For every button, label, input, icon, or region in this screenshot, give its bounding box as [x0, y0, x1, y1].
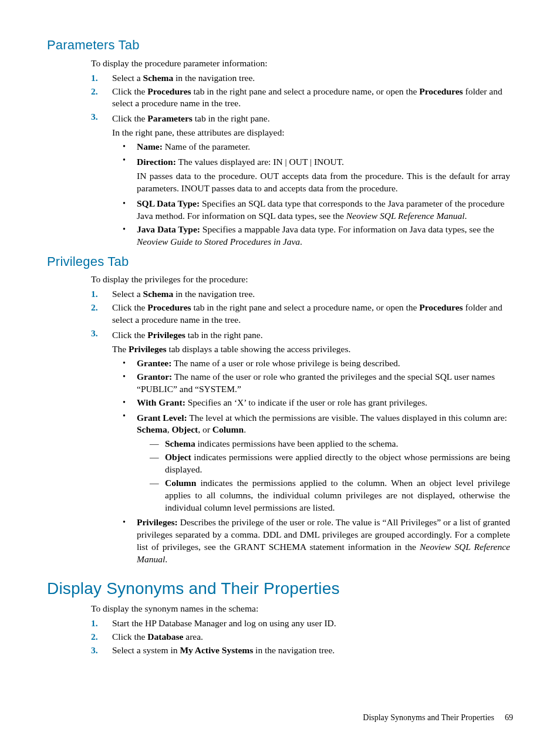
- grant-level-sublist: — Schema indicates permissions have been…: [150, 438, 510, 514]
- dash-icon: —: [150, 438, 165, 450]
- list-item: • With Grant: Specifies an ‘X’ to indica…: [123, 397, 510, 409]
- step-number: 3.: [91, 328, 112, 340]
- list-item: • SQL Data Type: Specifies an SQL data t…: [123, 198, 510, 222]
- list-item: • Grantee: The name of a user or role wh…: [123, 357, 510, 370]
- list-item: 1. Start the HP Database Manager and log…: [91, 617, 510, 630]
- step-number: 1.: [91, 288, 112, 301]
- bullet-icon: •: [123, 224, 137, 235]
- step-number: 1.: [91, 617, 112, 630]
- parameters-steps: 1. Select a Schema in the navigation tre…: [91, 72, 510, 249]
- list-item: • Grant Level: The level at which the pe…: [123, 410, 510, 515]
- heading-privileges-tab: Privileges Tab: [47, 253, 513, 271]
- bullet-icon: •: [123, 397, 137, 409]
- privileges-intro: To display the privileges for the proced…: [91, 274, 510, 286]
- list-item: 1. Select a Schema in the navigation tre…: [91, 288, 510, 301]
- bullet-icon: •: [123, 410, 137, 422]
- bullet-icon: •: [123, 357, 137, 369]
- list-item: 2. Click the Procedures tab in the right…: [91, 302, 510, 326]
- privileges-body: To display the privileges for the proced…: [91, 274, 510, 566]
- list-item: 3. Click the Privileges tab in the right…: [91, 328, 510, 567]
- parameters-body: To display the procedure parameter infor…: [91, 58, 510, 249]
- list-item: 2. Click the Database area.: [91, 631, 510, 643]
- dash-icon: —: [150, 477, 165, 490]
- parameters-attributes: • Name: Name of the parameter. • Directi…: [123, 141, 510, 248]
- synonyms-steps: 1. Start the HP Database Manager and log…: [91, 617, 510, 657]
- bullet-icon: •: [123, 517, 137, 528]
- step-number: 1.: [91, 72, 112, 85]
- step-number: 2.: [91, 86, 112, 98]
- list-item: • Java Data Type: Specifies a mappable J…: [123, 224, 510, 248]
- list-item: • Direction: The values displayed are: I…: [123, 154, 510, 197]
- step-body: Click the Parameters tab in the right pa…: [112, 111, 510, 249]
- step-number: 3.: [91, 644, 112, 657]
- synonyms-intro: To display the synonym names in the sche…: [91, 603, 510, 615]
- step-body: Select a Schema in the navigation tree.: [112, 72, 510, 85]
- privileges-steps: 1. Select a Schema in the navigation tre…: [91, 288, 510, 566]
- step-number: 3.: [91, 111, 112, 123]
- list-item: • Name: Name of the parameter.: [123, 141, 510, 153]
- page: Parameters Tab To display the procedure …: [0, 0, 560, 746]
- step-number: 2.: [91, 302, 112, 314]
- list-item: — Object indicates permissions were appl…: [150, 451, 510, 476]
- list-item: • Privileges: Describes the privilege of…: [123, 517, 510, 566]
- list-item: 3. Click the Parameters tab in the right…: [91, 111, 510, 249]
- dash-icon: —: [150, 451, 165, 464]
- synonyms-body: To display the synonym names in the sche…: [91, 603, 510, 657]
- parameters-intro: To display the procedure parameter infor…: [91, 58, 510, 70]
- list-item: — Column indicates the permissions appli…: [150, 477, 510, 514]
- bullet-icon: •: [123, 371, 137, 383]
- page-footer: Display Synonyms and Their Properties69: [363, 713, 513, 724]
- bullet-icon: •: [123, 141, 137, 153]
- bullet-icon: •: [123, 154, 137, 166]
- step-body: Click the Procedures tab in the right pa…: [112, 86, 510, 110]
- list-item: • Grantor: The name of the user or role …: [123, 371, 510, 396]
- list-item: — Schema indicates permissions have been…: [150, 438, 510, 450]
- step-number: 2.: [91, 631, 112, 643]
- heading-display-synonyms: Display Synonyms and Their Properties: [47, 578, 513, 600]
- privileges-attributes: • Grantee: The name of a user or role wh…: [123, 357, 510, 566]
- footer-page-number: 69: [505, 713, 513, 722]
- list-item: 3. Select a system in My Active Systems …: [91, 644, 510, 657]
- bullet-icon: •: [123, 198, 137, 210]
- list-item: 2. Click the Procedures tab in the right…: [91, 86, 510, 110]
- list-item: 1. Select a Schema in the navigation tre…: [91, 72, 510, 85]
- heading-parameters-tab: Parameters Tab: [47, 36, 513, 54]
- footer-section-title: Display Synonyms and Their Properties: [363, 713, 494, 722]
